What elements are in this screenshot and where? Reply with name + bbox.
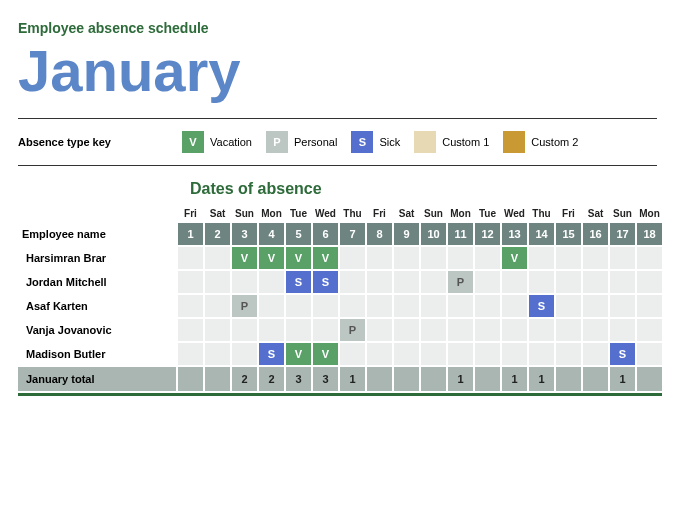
total-cell — [475, 367, 500, 391]
absence-cell[interactable]: V — [259, 247, 284, 269]
absence-cell[interactable]: P — [340, 319, 365, 341]
absence-cell[interactable] — [502, 295, 527, 317]
absence-cell[interactable] — [367, 271, 392, 293]
dow-3: Sun — [232, 208, 257, 221]
absence-cell[interactable] — [421, 247, 446, 269]
absence-cell[interactable] — [367, 343, 392, 365]
absence-cell[interactable] — [313, 319, 338, 341]
absence-cell[interactable] — [583, 271, 608, 293]
absence-cell[interactable] — [475, 271, 500, 293]
absence-cell[interactable]: S — [259, 343, 284, 365]
absence-cell[interactable] — [556, 271, 581, 293]
absence-cell[interactable] — [475, 319, 500, 341]
absence-cell[interactable] — [637, 319, 662, 341]
absence-cell[interactable] — [259, 319, 284, 341]
absence-cell[interactable]: V — [313, 247, 338, 269]
absence-cell[interactable] — [340, 271, 365, 293]
absence-cell[interactable] — [259, 295, 284, 317]
absence-cell[interactable] — [448, 343, 473, 365]
absence-cell[interactable] — [232, 343, 257, 365]
daynum-4: 4 — [259, 223, 284, 245]
absence-cell[interactable] — [556, 247, 581, 269]
absence-cell[interactable]: P — [232, 295, 257, 317]
total-cell — [421, 367, 446, 391]
absence-cell[interactable]: V — [502, 247, 527, 269]
absence-cell[interactable] — [502, 319, 527, 341]
absence-cell[interactable] — [421, 271, 446, 293]
absence-cell[interactable] — [529, 271, 554, 293]
absence-cell[interactable] — [610, 319, 635, 341]
absence-cell[interactable]: S — [313, 271, 338, 293]
absence-cell[interactable] — [232, 319, 257, 341]
absence-cell[interactable] — [610, 271, 635, 293]
absence-cell[interactable] — [637, 271, 662, 293]
absence-cell[interactable] — [205, 271, 230, 293]
absence-cell[interactable] — [286, 295, 311, 317]
absence-cell[interactable] — [583, 247, 608, 269]
absence-cell[interactable] — [367, 319, 392, 341]
absence-cell[interactable] — [637, 247, 662, 269]
absence-cell[interactable] — [394, 295, 419, 317]
absence-cell[interactable] — [205, 247, 230, 269]
absence-cell[interactable] — [475, 343, 500, 365]
absence-cell[interactable] — [205, 295, 230, 317]
absence-cell[interactable] — [205, 343, 230, 365]
absence-cell[interactable] — [205, 319, 230, 341]
absence-cell[interactable] — [610, 247, 635, 269]
absence-cell[interactable] — [313, 295, 338, 317]
absence-cell[interactable] — [394, 271, 419, 293]
total-cell — [178, 367, 203, 391]
absence-cell[interactable]: P — [448, 271, 473, 293]
absence-cell[interactable]: V — [313, 343, 338, 365]
absence-cell[interactable] — [394, 247, 419, 269]
absence-cell[interactable]: V — [232, 247, 257, 269]
daynum-5: 5 — [286, 223, 311, 245]
absence-cell[interactable] — [637, 295, 662, 317]
absence-cell[interactable] — [556, 343, 581, 365]
absence-cell[interactable] — [178, 247, 203, 269]
absence-cell[interactable]: S — [610, 343, 635, 365]
absence-cell[interactable] — [178, 343, 203, 365]
absence-cell[interactable] — [610, 295, 635, 317]
absence-cell[interactable] — [286, 319, 311, 341]
absence-cell[interactable] — [502, 271, 527, 293]
absence-cell[interactable]: V — [286, 247, 311, 269]
absence-cell[interactable] — [556, 295, 581, 317]
absence-cell[interactable] — [448, 319, 473, 341]
absence-cell[interactable]: S — [529, 295, 554, 317]
absence-cell[interactable] — [232, 271, 257, 293]
absence-cell[interactable] — [394, 319, 419, 341]
absence-cell[interactable]: V — [286, 343, 311, 365]
absence-cell[interactable] — [367, 295, 392, 317]
total-cell: 1 — [448, 367, 473, 391]
absence-cell[interactable] — [421, 319, 446, 341]
absence-cell[interactable] — [448, 295, 473, 317]
absence-cell[interactable] — [421, 295, 446, 317]
absence-cell[interactable] — [394, 343, 419, 365]
daynum-7: 7 — [340, 223, 365, 245]
absence-cell[interactable] — [529, 343, 554, 365]
absence-cell[interactable] — [340, 295, 365, 317]
absence-cell[interactable] — [475, 247, 500, 269]
absence-cell[interactable] — [178, 295, 203, 317]
absence-cell[interactable] — [475, 295, 500, 317]
absence-cell[interactable] — [529, 319, 554, 341]
absence-cell[interactable] — [529, 247, 554, 269]
absence-cell[interactable]: S — [286, 271, 311, 293]
absence-cell[interactable] — [340, 247, 365, 269]
daynum-10: 10 — [421, 223, 446, 245]
absence-cell[interactable] — [583, 295, 608, 317]
dow-1: Fri — [178, 208, 203, 221]
absence-cell[interactable] — [502, 343, 527, 365]
absence-cell[interactable] — [637, 343, 662, 365]
absence-cell[interactable] — [259, 271, 284, 293]
absence-cell[interactable] — [367, 247, 392, 269]
absence-cell[interactable] — [583, 343, 608, 365]
absence-cell[interactable] — [556, 319, 581, 341]
absence-cell[interactable] — [583, 319, 608, 341]
absence-cell[interactable] — [178, 319, 203, 341]
absence-cell[interactable] — [340, 343, 365, 365]
absence-cell[interactable] — [448, 247, 473, 269]
absence-cell[interactable] — [421, 343, 446, 365]
absence-cell[interactable] — [178, 271, 203, 293]
